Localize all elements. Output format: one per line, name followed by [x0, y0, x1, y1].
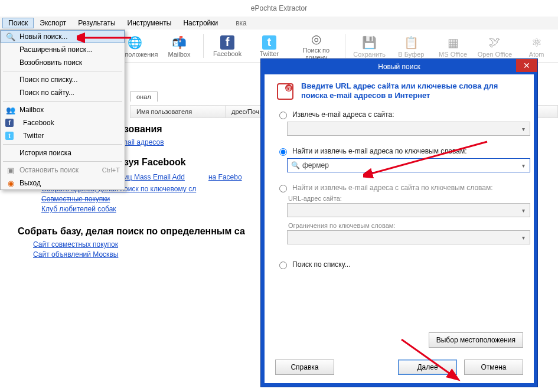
dialog-body: @ Введите URL адрес сайта или ключевые с…: [265, 74, 534, 383]
window-title: ePochta Extractor: [0, 0, 558, 17]
help-button[interactable]: Справка: [275, 360, 334, 375]
radio-by-list[interactable]: Поиск по списку...: [276, 260, 523, 269]
target-icon: ◎: [308, 32, 324, 46]
radio-keywords-label: Найти и извлечь e-mail адреса по ключевы…: [292, 147, 467, 155]
close-button[interactable]: ✕: [516, 59, 537, 72]
separator: [3, 161, 122, 162]
menu-facebook[interactable]: f Facebook: [1, 116, 125, 129]
combo-site-url[interactable]: ▾: [287, 122, 530, 136]
chevron-down-icon: ▾: [519, 206, 527, 214]
sublabel-restrict: Ограничения по ключевым словам:: [288, 222, 523, 229]
search-icon: 🔍: [291, 161, 300, 169]
tb-twitter[interactable]: t Twitter: [251, 32, 287, 60]
search-icon: 🔍: [5, 32, 16, 41]
radio-by-list-input[interactable]: [279, 262, 287, 269]
menu-resume-label: Возобновить поиск: [19, 58, 82, 67]
th-username[interactable]: Имя пользователя: [130, 106, 226, 117]
combo-keywords[interactable]: 🔍 фермер ▾: [287, 158, 530, 172]
dialog-header-icon: @: [275, 81, 295, 102]
menu-by-site[interactable]: Поиск по сайту...: [1, 86, 125, 99]
sublabel-url: URL-адрес сайта:: [288, 195, 523, 202]
chevron-down-icon: ▾: [519, 233, 527, 241]
separator: [3, 101, 122, 102]
combo-keywords-value: фермер: [302, 161, 329, 169]
globe-icon: 🌐: [127, 35, 142, 50]
tb-clipboard-label: В Буфер: [398, 51, 424, 58]
menu-search[interactable]: Поиск: [2, 18, 34, 28]
next-button[interactable]: Далее: [398, 360, 457, 375]
tb-save-label: Сохранить: [353, 51, 386, 58]
tb-save[interactable]: 💾 Сохранить: [351, 32, 387, 60]
tb-atom[interactable]: ⚛ Atom: [518, 32, 554, 60]
cancel-button[interactable]: Отмена: [464, 360, 523, 375]
menu-resume-search[interactable]: Возобновить поиск: [1, 56, 125, 69]
radio-site-keywords-input[interactable]: [279, 185, 287, 192]
radio-extract-site-label: Извлечь e-mail адреса с сайта:: [292, 110, 394, 119]
chevron-down-icon: ▾: [519, 125, 527, 133]
tb-msoffice[interactable]: ▦ MS Office: [435, 32, 471, 60]
stop-icon: ▣: [5, 165, 16, 175]
menu-stop: ▣ Остановить поиск Ctrl+T: [1, 164, 125, 177]
tb-openoffice-label: Open Office: [478, 51, 513, 58]
menu-mailbox[interactable]: 👥 Mailbox: [1, 103, 125, 116]
twitter-icon: t: [5, 132, 14, 140]
radio-keywords[interactable]: Найти и извлечь e-mail адреса по ключевы…: [276, 146, 523, 156]
menu-facebook-label: Facebook: [23, 119, 54, 127]
menu-new-search[interactable]: 🔍 Новый поиск...: [1, 30, 125, 43]
radio-site-keywords-label: Найти и извлечь e-mail адреса с сайта по…: [292, 184, 493, 192]
menu-by-list[interactable]: Поиск по списку...: [1, 73, 125, 86]
menu-results[interactable]: Результаты: [72, 18, 121, 28]
blank-icon: [5, 58, 16, 67]
radio-extract-site[interactable]: Извлечь e-mail адреса с сайта:: [276, 110, 523, 119]
exit-icon: ◉: [5, 178, 16, 188]
menu-extra-label: вка: [236, 19, 247, 27]
menu-new-search-label: Новый поиск...: [19, 32, 68, 41]
dialog-title: Новый поиск ✕: [261, 59, 537, 74]
radio-site-keywords[interactable]: Найти и извлечь e-mail адреса с сайта по…: [276, 183, 523, 192]
clipboard-icon: 📋: [403, 35, 419, 50]
new-search-dialog: Новый поиск ✕ @ Введите URL адрес сайта …: [261, 59, 537, 387]
menu-settings[interactable]: Настройки: [177, 18, 224, 28]
menu-export[interactable]: Экспорт: [34, 18, 72, 28]
menubar: Поиск Экспорт Результаты Инструменты Нас…: [0, 17, 558, 30]
tb-openoffice[interactable]: 🕊 Open Office: [477, 32, 513, 60]
blank-icon: [5, 148, 16, 158]
menu-by-list-label: Поиск по списку...: [19, 76, 77, 84]
menu-stop-label: Остановить поиск: [19, 166, 79, 174]
facebook-icon: f: [220, 35, 234, 50]
combo-site-url-2[interactable]: ▾: [287, 203, 530, 217]
tb-facebook-label: Facebook: [213, 50, 242, 57]
twitter-icon: t: [262, 35, 276, 50]
close-icon: ✕: [523, 61, 530, 70]
location-button[interactable]: Выбор местоположения: [429, 332, 523, 348]
blank-icon: [5, 45, 16, 54]
tb-clipboard[interactable]: 📋 В Буфер: [393, 32, 429, 60]
menu-twitter[interactable]: t Twitter: [1, 129, 125, 142]
dialog-title-text: Новый поиск: [378, 63, 420, 71]
mailbox-icon: 👥: [5, 105, 16, 115]
search-menu-dropdown: 🔍 Новый поиск... Расширенный поиск... Во…: [0, 30, 125, 190]
menu-exit[interactable]: ◉ Выход: [1, 177, 125, 190]
svg-text:@: @: [286, 86, 291, 92]
combo-restrict[interactable]: ▾: [287, 230, 530, 244]
msoffice-icon: ▦: [445, 35, 461, 50]
menu-by-site-label: Поиск по сайту...: [19, 89, 74, 97]
radio-extract-site-input[interactable]: [279, 112, 287, 119]
tb-mailbox-label: Mailbox: [168, 51, 190, 58]
tb-mailbox[interactable]: 📬 Mailbox: [161, 32, 197, 60]
blank-icon: [5, 88, 16, 97]
mailbox-icon: 📬: [171, 35, 187, 50]
menu-exit-label: Выход: [19, 179, 41, 187]
dialog-header-text: Введите URL адрес сайта или ключевые сло…: [301, 81, 523, 101]
link-facebook-side[interactable]: на Facebo: [208, 173, 242, 181]
menu-mailbox-label: Mailbox: [19, 106, 44, 114]
menu-tools[interactable]: Инструменты: [122, 18, 178, 28]
radio-keywords-input[interactable]: [279, 148, 287, 156]
tab-personal[interactable]: онал: [130, 92, 158, 102]
menu-history[interactable]: История поиска: [1, 146, 125, 159]
save-icon: 💾: [362, 35, 377, 50]
openoffice-icon: 🕊: [487, 35, 502, 50]
menu-advanced-search[interactable]: Расширенный поиск...: [1, 43, 125, 56]
tb-domain-search[interactable]: ◎ Поиск по домену: [293, 32, 339, 60]
tb-facebook[interactable]: f Facebook: [210, 32, 246, 60]
